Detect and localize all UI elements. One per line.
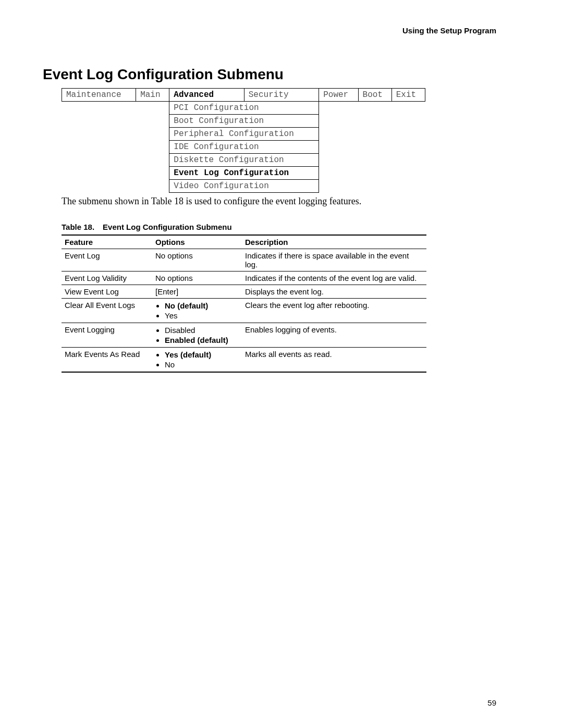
table-caption-title: Event Log Configuration Submenu	[103, 223, 232, 231]
submenu-item: Video Configuration	[169, 180, 319, 193]
cell-options: No (default)Yes	[152, 299, 242, 323]
cell-options: No options	[152, 249, 242, 272]
cell-feature: Event Log Validity	[62, 272, 152, 285]
cell-feature: Event Logging	[62, 323, 152, 348]
table-row: Clear All Event LogsNo (default)YesClear…	[62, 299, 426, 323]
submenu-spacer-right	[319, 102, 425, 115]
table-row: Mark Events As ReadYes (default)NoMarks …	[62, 348, 426, 373]
col-header-options: Options	[152, 235, 242, 249]
feature-table: Feature Options Description Event LogNo …	[62, 235, 426, 373]
submenu-spacer-left	[62, 141, 169, 154]
menu-bar-item: Main	[136, 89, 169, 102]
table-row: View Event Log[Enter]Displays the event …	[62, 285, 426, 299]
cell-options: DisabledEnabled (default)	[152, 323, 242, 348]
menu-bar-item: Security	[244, 89, 319, 102]
cell-feature: Mark Events As Read	[62, 348, 152, 373]
menu-bar-item: Exit	[391, 89, 425, 102]
bios-menu-table: MaintenanceMainAdvancedSecurityPowerBoot…	[62, 88, 425, 193]
cell-options: Yes (default)No	[152, 348, 242, 373]
cell-description: Displays the event log.	[242, 285, 426, 299]
menu-bar-item: Boot	[358, 89, 391, 102]
submenu-spacer-right	[319, 128, 425, 141]
menu-bar-item: Maintenance	[62, 89, 136, 102]
submenu-item: Peripheral Configuration	[169, 128, 319, 141]
col-header-feature: Feature	[62, 235, 152, 249]
running-header: Using the Setup Program	[62, 26, 496, 35]
submenu-spacer-left	[62, 167, 169, 180]
menu-bar-item: Power	[319, 89, 358, 102]
option-item: Yes	[165, 311, 239, 320]
submenu-spacer-left	[62, 115, 169, 128]
body-paragraph: The submenu shown in Table 18 is used to…	[62, 196, 501, 207]
submenu-spacer-right	[319, 141, 425, 154]
table-caption: Table 18.Event Log Configuration Submenu	[62, 223, 501, 231]
option-item: No	[165, 360, 239, 369]
submenu-item: IDE Configuration	[169, 141, 319, 154]
submenu-spacer-left	[62, 180, 169, 193]
table-row: Event Log ValidityNo optionsIndicates if…	[62, 272, 426, 285]
table-caption-prefix: Table 18.	[62, 223, 94, 231]
page: Using the Setup Program Event Log Config…	[0, 0, 563, 728]
submenu-spacer-left	[62, 128, 169, 141]
section-title: Event Log Configuration Submenu	[43, 66, 501, 83]
submenu-spacer-left	[62, 154, 169, 167]
submenu-spacer-right	[319, 167, 425, 180]
cell-options: [Enter]	[152, 285, 242, 299]
cell-options: No options	[152, 272, 242, 285]
submenu-item: Event Log Configuration	[169, 167, 319, 180]
cell-description: Enables logging of events.	[242, 323, 426, 348]
table-row: Event LogNo optionsIndicates if there is…	[62, 249, 426, 272]
table-row: Event LoggingDisabledEnabled (default)En…	[62, 323, 426, 348]
col-header-description: Description	[242, 235, 426, 249]
page-number: 59	[487, 698, 496, 707]
submenu-item: Diskette Configuration	[169, 154, 319, 167]
cell-feature: View Event Log	[62, 285, 152, 299]
cell-description: Marks all events as read.	[242, 348, 426, 373]
option-item: Yes (default)	[165, 350, 239, 360]
option-item: Enabled (default)	[165, 335, 239, 345]
submenu-spacer-right	[319, 115, 425, 128]
cell-feature: Event Log	[62, 249, 152, 272]
submenu-spacer-right	[319, 154, 425, 167]
cell-description: Indicates if the contents of the event l…	[242, 272, 426, 285]
menu-bar-item: Advanced	[169, 89, 244, 102]
submenu-spacer-right	[319, 180, 425, 193]
cell-feature: Clear All Event Logs	[62, 299, 152, 323]
cell-description: Clears the event log after rebooting.	[242, 299, 426, 323]
submenu-item: Boot Configuration	[169, 115, 319, 128]
option-item: No (default)	[165, 301, 239, 311]
cell-description: Indicates if there is space available in…	[242, 249, 426, 272]
submenu-item: PCI Configuration	[169, 102, 319, 115]
option-item: Disabled	[165, 325, 239, 335]
submenu-spacer-left	[62, 102, 169, 115]
